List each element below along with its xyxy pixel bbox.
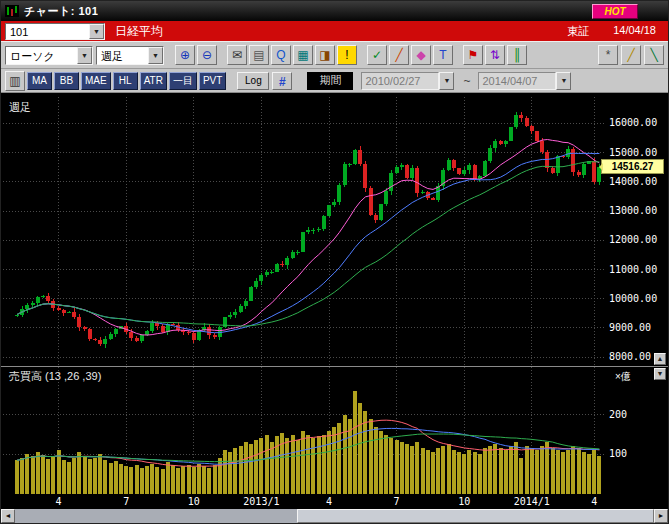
pen-icon[interactable]: ╲	[644, 45, 664, 65]
x-axis-label: 7	[373, 496, 421, 507]
chart-area: 週足 売買高 (13 ,26 ,39) ×億 16000.0015000.001…	[1, 93, 668, 509]
pane-up-button[interactable]: ▲	[654, 353, 666, 365]
volume-tick-label: 100	[609, 448, 627, 459]
price-tick-label: 13000.00	[609, 205, 657, 216]
log-scale-button[interactable]: Log	[237, 72, 269, 90]
symbol-select-value: 101	[6, 24, 89, 39]
panel-divider[interactable]	[1, 366, 668, 367]
instrument-name: 日経平均	[115, 23, 163, 40]
price-tick-label: 16000.00	[609, 117, 657, 128]
window-title: チャート: 101	[24, 4, 98, 19]
updown-icon[interactable]: ⇅	[485, 45, 505, 65]
period-from-field[interactable]: 2010/02/27 ▼	[361, 72, 454, 90]
period-separator: ~	[463, 74, 470, 88]
chevron-down-icon[interactable]: ▼	[77, 47, 92, 64]
h-scrollbar[interactable]: ◄ ►	[1, 509, 668, 523]
volume-unit-label: ×億	[615, 370, 631, 384]
indicator-button-group: ▥MABBMAEHLATR一目PVT	[5, 71, 226, 91]
indicator-button-mae[interactable]: MAE	[81, 72, 111, 90]
line-tool-icon[interactable]: ╱	[389, 45, 409, 65]
price-tick-label: 10000.00	[609, 293, 657, 304]
grid-icon[interactable]: ▦	[293, 45, 313, 65]
zoom-in-icon[interactable]: ⊕	[175, 45, 195, 65]
scroll-right-button[interactable]: ►	[654, 509, 668, 523]
exchange-label: 東証	[567, 24, 589, 39]
price-tick-label: 9000.00	[609, 322, 651, 333]
settings-icon[interactable]: *	[598, 45, 618, 65]
titlebar[interactable]: チャート: 101 HOT	[1, 1, 668, 21]
toolbar-icon-group: ⊕⊖✉▤Q▦◨!✓╱◆T⚑⇅║	[175, 45, 527, 65]
app-icon	[5, 5, 19, 17]
board-icon[interactable]: ◨	[315, 45, 335, 65]
period-label: 期間	[307, 72, 353, 90]
x-axis-label: 2014/1	[508, 496, 556, 507]
eraser-icon[interactable]: ◆	[411, 45, 431, 65]
price-tick-label: 8000.00	[609, 351, 651, 362]
symbol-bar: 101 ▼ 日経平均 東証 14/04/18	[1, 21, 668, 41]
price-tick-label: 14000.00	[609, 176, 657, 187]
chevron-down-icon[interactable]: ▼	[556, 72, 571, 90]
x-axis-label: 4	[305, 496, 353, 507]
scroll-left-button[interactable]: ◄	[1, 509, 15, 523]
chart-window: チャート: 101 HOT 101 ▼ 日経平均 東証 14/04/18 ローソ…	[0, 0, 669, 524]
volume-tick-label: 200	[609, 409, 627, 420]
grid-scale-icon[interactable]: #	[272, 72, 292, 90]
alert-icon[interactable]: !	[337, 45, 357, 65]
chart-type-select[interactable]: ローソク ▼	[5, 46, 93, 65]
timeframe-panel-label: 週足	[9, 100, 31, 115]
mail-icon[interactable]: ✉	[227, 45, 247, 65]
price-tick-label: 11000.00	[609, 264, 657, 275]
period-from-value: 2010/02/27	[361, 72, 439, 90]
indicator-button-bb[interactable]: BB	[54, 72, 79, 90]
chevron-down-icon[interactable]: ▼	[148, 47, 163, 64]
volume-panel-label: 売買高 (13 ,26 ,39)	[9, 369, 101, 384]
period-to-value: 2014/04/07	[478, 72, 556, 90]
period-to-field[interactable]: 2014/04/07 ▼	[478, 72, 571, 90]
hot-button[interactable]: HOT	[592, 4, 638, 19]
check-icon[interactable]: ✓	[367, 45, 387, 65]
price-tick-label: 15000.00	[609, 147, 657, 158]
x-axis-label: 7	[102, 496, 150, 507]
chart-type-value: ローソク	[6, 47, 77, 64]
quote-icon[interactable]: Q	[271, 45, 291, 65]
candles-icon[interactable]: ║	[507, 45, 527, 65]
indicator-button-hl[interactable]: HL	[113, 72, 138, 90]
timeframe-value: 週足	[97, 47, 148, 64]
toolbar-right-icon-group: *╱╲	[598, 45, 664, 65]
timeframe-select[interactable]: 週足 ▼	[96, 46, 164, 65]
h-scrollbar-thumb[interactable]	[297, 509, 654, 523]
price-tick-label: 12000.00	[609, 234, 657, 245]
panes-icon[interactable]: ▥	[5, 71, 25, 91]
x-axis-label: 10	[170, 496, 218, 507]
zoom-out-icon[interactable]: ⊖	[197, 45, 217, 65]
indicator-button-ma[interactable]: MA	[27, 72, 52, 90]
last-price-tag: 14516.27	[601, 159, 664, 174]
chevron-down-icon[interactable]: ▼	[439, 72, 454, 90]
chevron-down-icon[interactable]: ▼	[89, 24, 104, 39]
quote-date-label: 14/04/18	[613, 24, 656, 39]
x-axis-label: 10	[440, 496, 488, 507]
x-axis-label: 2013/1	[237, 496, 285, 507]
pencil-icon[interactable]: ╱	[621, 45, 641, 65]
pane-down-button[interactable]: ▼	[654, 368, 666, 380]
flag-icon[interactable]: ⚑	[463, 45, 483, 65]
indicator-button-pvt[interactable]: PVT	[199, 72, 226, 90]
x-axis-label: 4	[35, 496, 83, 507]
toolbar-main: ローソク ▼ 週足 ▼ ⊕⊖✉▤Q▦◨!✓╱◆T⚑⇅║ *╱╲	[1, 41, 668, 69]
x-axis-label: 4	[570, 496, 618, 507]
indicator-button-ichimoku[interactable]: 一目	[169, 72, 197, 90]
text-tool-icon[interactable]: T	[433, 45, 453, 65]
chart-canvas[interactable]	[1, 93, 668, 509]
print-icon[interactable]: ▤	[249, 45, 269, 65]
symbol-select[interactable]: 101 ▼	[5, 23, 105, 40]
toolbar-indicators: ▥MABBMAEHLATR一目PVT Log # 期間 2010/02/27 ▼…	[1, 69, 668, 93]
indicator-button-atr[interactable]: ATR	[140, 72, 167, 90]
